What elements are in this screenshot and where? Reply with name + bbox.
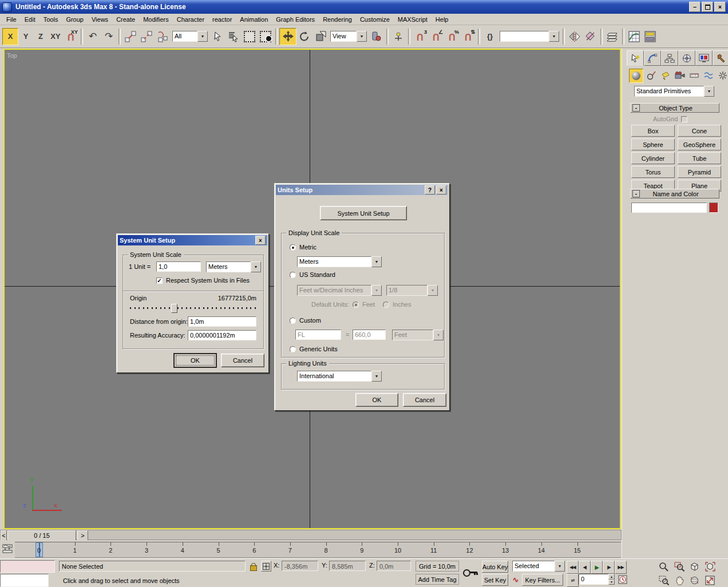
modify-tab[interactable]	[644, 50, 661, 66]
metric-radio[interactable]	[290, 244, 296, 251]
menu-item[interactable]: Modifiers	[139, 15, 173, 24]
selection-lock-toggle[interactable]	[250, 561, 258, 572]
object-color-swatch[interactable]	[709, 203, 718, 213]
collapse-icon[interactable]: -	[632, 190, 640, 197]
dropdown-arrow-icon[interactable]: ▼	[371, 256, 382, 267]
object-type-button[interactable]: Cone	[678, 125, 721, 137]
mirror-button[interactable]	[567, 29, 583, 45]
lights-button[interactable]	[659, 69, 672, 82]
menu-item[interactable]: Group	[62, 15, 88, 24]
respect-units-checkbox[interactable]: ✓	[156, 277, 163, 284]
select-and-link-button[interactable]	[122, 29, 139, 45]
dropdown-arrow-icon[interactable]: ▼	[555, 561, 565, 572]
motion-tab[interactable]	[678, 50, 695, 66]
origin-slider-handle[interactable]	[171, 304, 177, 313]
dropdown-arrow-icon[interactable]: ▼	[371, 371, 382, 382]
menu-item[interactable]: Edit	[21, 15, 39, 24]
align-button[interactable]	[583, 29, 599, 45]
system-unit-setup-button[interactable]: System Unit Setup	[320, 206, 407, 220]
z-constraint-button[interactable]: Z	[33, 29, 48, 45]
utilities-tab[interactable]	[713, 50, 728, 66]
zoom-extents-all-button[interactable]	[702, 560, 718, 573]
geometry-button[interactable]	[629, 69, 643, 83]
y-constraint-button[interactable]: Y	[18, 29, 33, 45]
dropdown-arrow-icon[interactable]: ▼	[549, 31, 559, 42]
set-keys-button[interactable]	[462, 567, 478, 577]
xy-plane-constraint-button[interactable]: XY	[48, 29, 63, 45]
spinner-snap-toggle-button[interactable]: U⇅	[460, 29, 476, 45]
menu-item[interactable]: Animation	[236, 15, 272, 24]
time-slider-frame-button[interactable]: 0 / 15	[7, 530, 76, 541]
maxscript-listener-field[interactable]	[0, 574, 49, 587]
systems-button[interactable]	[716, 69, 728, 82]
window-crossing-toggle-button[interactable]	[258, 29, 274, 45]
helpers-button[interactable]	[687, 69, 701, 82]
menu-item[interactable]: Help	[432, 15, 453, 24]
open-mini-curve-editor-button[interactable]	[2, 544, 13, 554]
minimize-button[interactable]: –	[689, 2, 701, 12]
add-time-tag-button[interactable]: Add Time Tag	[416, 574, 459, 585]
spinner-down-icon[interactable]: ▼	[608, 580, 615, 585]
go-to-end-button[interactable]: ▶▶	[615, 561, 627, 574]
object-type-button[interactable]: Torus	[631, 166, 675, 178]
geometry-category-dropdown[interactable]: Standard Primitives ▼	[634, 86, 714, 97]
menu-item[interactable]: MAXScript	[394, 15, 432, 24]
animate-selection-dropdown[interactable]: Selected ▼	[512, 561, 565, 572]
collapse-icon[interactable]: -	[632, 104, 640, 112]
object-type-button[interactable]: Pyramid	[678, 166, 721, 178]
x-coordinate-field[interactable]: -8,356m	[282, 561, 318, 571]
maxscript-macro-recorder-field[interactable]	[0, 560, 55, 573]
units-ok-button[interactable]: OK	[355, 393, 398, 407]
pan-button[interactable]	[671, 574, 687, 586]
selection-filter-dropdown[interactable]: All ▼	[172, 31, 208, 42]
units-setup-title-bar[interactable]: Units Setup ? ×	[276, 185, 448, 195]
dropdown-arrow-icon[interactable]: ▼	[357, 31, 367, 42]
object-type-button[interactable]: Cylinder	[631, 152, 675, 164]
menu-item[interactable]: Rendering	[319, 15, 356, 24]
absolute-offset-mode-toggle[interactable]	[261, 561, 271, 572]
frame-spinner[interactable]: ▲ ▼	[608, 574, 615, 585]
us-standard-radio[interactable]	[290, 272, 296, 278]
menu-item[interactable]: Tools	[39, 15, 62, 24]
units-cancel-button[interactable]: Cancel	[403, 393, 446, 407]
help-button[interactable]: ?	[425, 185, 435, 195]
layer-manager-button[interactable]	[604, 29, 620, 45]
curve-editor-button[interactable]	[626, 29, 642, 45]
object-type-button[interactable]: Tube	[678, 152, 721, 164]
select-and-move-button[interactable]	[279, 28, 296, 45]
rectangular-selection-region-button[interactable]	[242, 29, 258, 45]
next-frame-button[interactable]: |▶	[603, 561, 615, 574]
autogrid-checkbox[interactable]	[681, 116, 687, 122]
menu-item[interactable]: Character	[173, 15, 208, 24]
system-unit-cancel-button[interactable]: Cancel	[221, 354, 264, 367]
unit-type-dropdown[interactable]: Meters ▼	[206, 261, 261, 272]
system-unit-title-bar[interactable]: System Unit Setup ×	[118, 235, 267, 245]
custom-radio[interactable]	[290, 318, 296, 324]
select-and-rotate-button[interactable]	[296, 29, 312, 45]
select-and-scale-button[interactable]	[312, 29, 329, 45]
bind-to-space-warp-button[interactable]	[155, 29, 171, 45]
unit-value-input[interactable]: 1,0	[156, 261, 201, 272]
key-filters-button[interactable]: Key Filters...	[522, 574, 563, 586]
object-type-button[interactable]: Box	[631, 125, 675, 137]
select-and-manipulate-button[interactable]	[390, 29, 406, 45]
object-type-rollout-header[interactable]: - Object Type	[630, 103, 719, 113]
origin-slider-track[interactable]	[130, 307, 256, 309]
space-warps-button[interactable]	[702, 69, 715, 82]
edit-named-selection-sets-button[interactable]: {}	[482, 29, 498, 45]
object-type-button[interactable]: GeoSphere	[678, 138, 721, 150]
name-color-rollout-header[interactable]: - Name and Color	[630, 189, 719, 199]
timeline-ruler[interactable]: 0 1 2 3 4 5 6	[15, 542, 621, 558]
undo-button[interactable]: ↶	[85, 29, 101, 45]
snap-toggle-3d-button[interactable]: U3	[412, 29, 428, 45]
hierarchy-tab[interactable]	[661, 50, 678, 66]
snap-axis-constraint-button[interactable]: UXY	[63, 29, 79, 45]
play-button[interactable]: ▶	[591, 561, 603, 574]
x-constraint-button[interactable]: X	[2, 28, 18, 45]
select-object-button[interactable]	[209, 29, 225, 45]
close-button[interactable]: ×	[255, 236, 266, 245]
menu-item[interactable]: reactor	[208, 15, 236, 24]
generic-units-radio[interactable]	[290, 346, 296, 352]
zoom-button[interactable]	[656, 560, 671, 573]
previous-frame-button[interactable]: ◀|	[579, 561, 591, 574]
